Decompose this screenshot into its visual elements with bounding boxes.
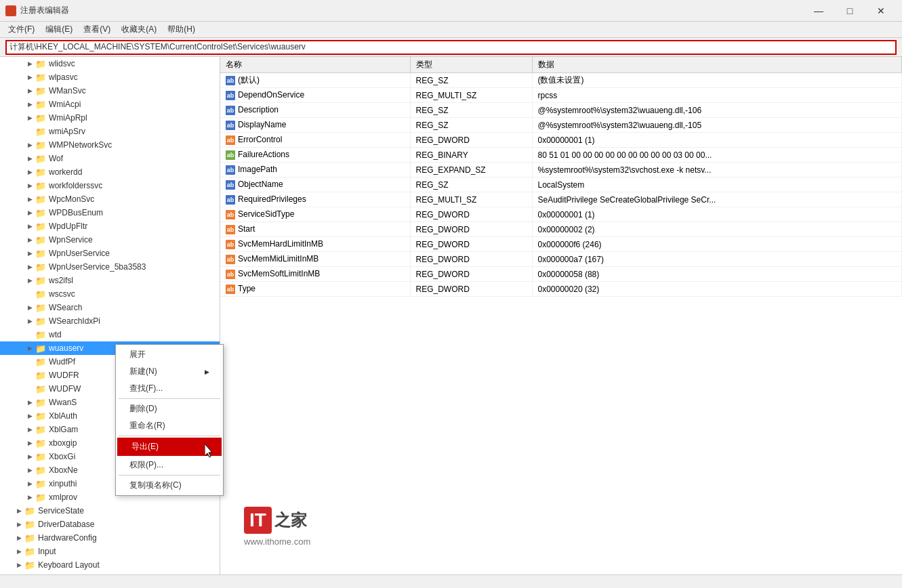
reg-type: REG_SZ: [410, 177, 532, 192]
folder-icon: 📁: [35, 357, 46, 366]
context-menu-delete[interactable]: 删除(D): [116, 400, 223, 417]
tree-item-wsearchidxpi[interactable]: ▶ 📁 WSearchIdxPi: [0, 314, 220, 328]
registry-row[interactable]: abDescription REG_SZ @%systemroot%\syste…: [220, 103, 902, 118]
registry-row[interactable]: ab(默认) REG_SZ (数值未设置): [220, 73, 902, 88]
registry-row[interactable]: abDependOnService REG_MULTI_SZ rpcss: [220, 88, 902, 103]
tree-item-driverdatabase[interactable]: ▶ 📁 DriverDatabase: [0, 518, 220, 531]
folder-icon: 📁: [35, 384, 46, 394]
tree-item-workfolderssvc[interactable]: ▶ 📁 workfolderssvc: [0, 179, 220, 192]
reg-name: abImagePath: [220, 163, 410, 177]
col-name[interactable]: 名称: [220, 57, 410, 73]
close-button[interactable]: ✕: [865, 0, 897, 22]
context-menu-new[interactable]: 新建(N): [116, 363, 223, 380]
reg-icon-ab: ab: [226, 76, 235, 85]
reg-name: abSvcMemHardLimitInMB: [220, 237, 410, 252]
menu-file[interactable]: 文件(F): [3, 22, 40, 37]
tree-label: wmiApSrv: [49, 127, 85, 136]
expand-icon: ▶: [24, 85, 35, 96]
tree-item-wmiapsrv[interactable]: 📁 wmiApSrv: [0, 125, 220, 138]
reg-type: REG_EXPAND_SZ: [410, 163, 532, 177]
address-path[interactable]: 计算机\HKEY_LOCAL_MACHINE\SYSTEM\CurrentCon…: [5, 40, 897, 55]
tree-label: wtd: [49, 330, 62, 339]
titlebar: 注册表编辑器 — □ ✕: [0, 0, 902, 22]
tree-item-keyboard-layout[interactable]: ▶ 📁 Keyboard Layout: [0, 558, 220, 572]
registry-row[interactable]: abObjectName REG_SZ LocalSystem: [220, 177, 902, 192]
tree-label: DriverDatabase: [38, 520, 94, 529]
tree-item-servicestate[interactable]: ▶ 📁 ServiceState: [0, 504, 220, 518]
registry-row[interactable]: abServiceSidType REG_DWORD 0x00000001 (1…: [220, 207, 902, 222]
registry-row[interactable]: abSvcMemSoftLimitInMB REG_DWORD 0x000000…: [220, 267, 902, 282]
folder-icon: 📁: [35, 154, 46, 163]
tree-item-wscsvc[interactable]: 📁 wscsvc: [0, 287, 220, 301]
folder-icon: 📁: [35, 438, 46, 448]
tree-item-hardwareconfig[interactable]: ▶ 📁 HardwareConfig: [0, 531, 220, 545]
registry-row[interactable]: abDisplayName REG_SZ @%systemroot%\syste…: [220, 118, 902, 133]
tree-item-wsearch[interactable]: ▶ 📁 WSearch: [0, 301, 220, 314]
tree-item-wmiapRpl[interactable]: ▶ 📁 WmiApRpl: [0, 111, 220, 125]
context-menu-copy-name[interactable]: 复制项名称(C): [116, 477, 223, 494]
menu-favorites[interactable]: 收藏夹(A): [116, 22, 162, 37]
reg-icon-ab: ab: [226, 180, 235, 190]
expand-icon: ▶: [24, 302, 35, 313]
menu-help[interactable]: 帮助(H): [162, 22, 201, 37]
menu-edit[interactable]: 编辑(E): [40, 22, 78, 37]
tree-item-wpnservice[interactable]: ▶ 📁 WpnService: [0, 233, 220, 247]
tree-item-wmiacpi[interactable]: ▶ 📁 WmiAcpi: [0, 98, 220, 111]
folder-icon: 📁: [35, 72, 46, 82]
expand-icon: ▶: [24, 194, 35, 205]
registry-row[interactable]: abFailureActions REG_BINARY 80 51 01 00 …: [220, 148, 902, 163]
registry-row[interactable]: abSvcMemMidLimitInMB REG_DWORD 0x000000a…: [220, 252, 902, 267]
registry-row[interactable]: abStart REG_DWORD 0x00000002 (2): [220, 222, 902, 237]
context-menu-find[interactable]: 查找(F)...: [116, 380, 223, 397]
tree-item-wpdupfltr[interactable]: ▶ 📁 WpdUpFltr: [0, 219, 220, 233]
tree-item-input[interactable]: ▶ 📁 Input: [0, 545, 220, 558]
tree-item-wpcmonsvc[interactable]: ▶ 📁 WpcMonSvc: [0, 192, 220, 206]
reg-type: REG_DWORD: [410, 133, 532, 148]
folder-icon: 📁: [35, 194, 46, 204]
expand-icon: ▶: [14, 546, 24, 557]
expand-icon: ▶: [24, 207, 35, 218]
tree-item-wmansvc[interactable]: ▶ 📁 WManSvc: [0, 84, 220, 98]
reg-icon-dword: ab: [226, 270, 235, 279]
tree-item-wlpasvc[interactable]: ▶ 📁 wlpasvc: [0, 70, 220, 84]
reg-type: REG_MULTI_SZ: [410, 192, 532, 207]
reg-name: abFailureActions: [220, 148, 410, 163]
tree-item-workerdd[interactable]: ▶ 📁 workerdd: [0, 165, 220, 179]
registry-row[interactable]: abRequiredPrivileges REG_MULTI_SZ SeAudi…: [220, 192, 902, 207]
tree-item-wmpnetworksvc[interactable]: ▶ 📁 WMPNetworkSvc: [0, 138, 220, 152]
tree-label: xinputhi: [49, 479, 77, 488]
context-menu-permissions[interactable]: 权限(P)...: [116, 457, 223, 474]
folder-icon: 📁: [35, 492, 46, 502]
reg-icon-dword: ab: [226, 285, 235, 294]
tree-item-wpdbusenum[interactable]: ▶ 📁 WPDBusEnum: [0, 206, 220, 219]
context-menu-rename[interactable]: 重命名(R): [116, 417, 223, 434]
tree-item-wpnuserservice[interactable]: ▶ 📁 WpnUserService: [0, 247, 220, 260]
context-menu-expand[interactable]: 展开: [116, 346, 223, 363]
registry-row[interactable]: abType REG_DWORD 0x00000020 (32): [220, 282, 902, 297]
col-type[interactable]: 类型: [410, 57, 532, 73]
menu-view[interactable]: 查看(V): [78, 22, 116, 37]
minimize-button[interactable]: —: [803, 0, 834, 22]
context-menu-export[interactable]: 导出(E): [117, 438, 222, 456]
maximize-button[interactable]: □: [834, 0, 865, 22]
tree-item-wtd[interactable]: 📁 wtd: [0, 328, 220, 341]
folder-icon: 📁: [35, 181, 46, 190]
registry-row[interactable]: abSvcMemHardLimitInMB REG_DWORD 0x000000…: [220, 237, 902, 252]
tree-item-wpnuserservice5ba[interactable]: ▶ 📁 WpnUserService_5ba3583: [0, 260, 220, 274]
window-controls: — □ ✕: [803, 0, 897, 22]
tree-label: WUDFR: [49, 371, 79, 380]
expand-icon: ▶: [24, 221, 35, 232]
reg-data: LocalSystem: [532, 177, 902, 192]
tree-item-wof[interactable]: ▶ 📁 Wof: [0, 152, 220, 165]
reg-data: rpcss: [532, 88, 902, 103]
expand-icon: ▶: [24, 58, 35, 69]
expand-icon: ▶: [24, 248, 35, 259]
tree-item-ws2ifsl[interactable]: ▶ 📁 ws2ifsl: [0, 274, 220, 287]
registry-row[interactable]: abImagePath REG_EXPAND_SZ %systemroot%\s…: [220, 163, 902, 177]
registry-row[interactable]: abErrorControl REG_DWORD 0x00000001 (1): [220, 133, 902, 148]
reg-name: ab(默认): [220, 73, 410, 88]
expand-icon: ▶: [24, 234, 35, 245]
tree-item-wlidsvc[interactable]: ▶ 📁 wlidsvc: [0, 57, 220, 70]
watermark-brand: 之家: [274, 509, 307, 531]
col-data[interactable]: 数据: [532, 57, 902, 73]
